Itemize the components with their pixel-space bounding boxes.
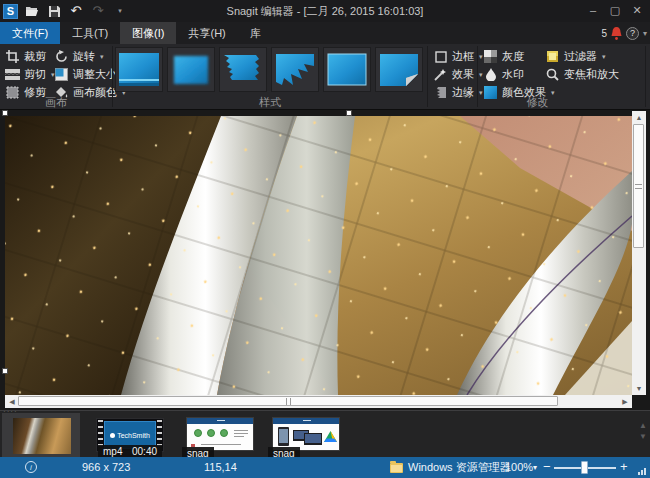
zoom-in-button[interactable]: + [620,457,628,478]
help-icon[interactable]: ? [626,27,639,40]
grayscale-icon [483,49,498,64]
folder-icon [390,463,403,473]
phone-graphic [278,427,289,446]
styles-gallery [115,47,423,92]
vertical-scrollbar-thumb[interactable] [633,124,644,248]
crop-icon [5,49,20,64]
droplet-icon [483,67,498,82]
tray-item-current[interactable] [2,413,80,457]
border-icon [433,49,448,64]
magnifier-icon [545,67,560,82]
canvas-area[interactable]: ▲ ▼ ◀ ▶ [0,110,650,410]
snagit-editor-window: S ↶ ↷ ▾ Snagit 编辑器 - [二月 26, 2015 16:01:… [0,0,650,478]
cursor-position: 115,14 [204,457,237,478]
crop-button[interactable]: 裁剪 [5,48,46,65]
page-header [187,418,253,424]
tab-tools[interactable]: 工具(T) [60,22,120,44]
google-drive-icon [324,431,337,442]
zoom-slider-thumb[interactable] [581,461,588,474]
selection-handle-top-center[interactable] [346,110,352,116]
tab-image[interactable]: 图像(I) [120,22,176,44]
magic-wand-icon [433,67,448,82]
selection-handle-middle-left[interactable] [2,368,8,374]
tray-item-snag-1[interactable] [186,417,254,451]
titlebar-side-controls: 5 ? ▾ [601,24,647,42]
horizontal-scrollbar[interactable]: ◀ ▶ [5,395,632,408]
window-title: Snagit 编辑器 - [二月 26, 2015 16:01:03] [0,0,650,22]
video-brand: TechSmith [117,432,150,439]
horizontal-scrollbar-thumb[interactable] [18,396,558,406]
page-header [273,418,339,424]
border-button[interactable]: 边框▾ [433,48,483,65]
chevron-down-icon: ▾ [100,53,104,61]
info-icon[interactable]: i [25,461,37,473]
style-thumb-plain-border[interactable] [323,47,371,92]
scroll-down-icon[interactable]: ▼ [632,383,646,394]
zoom-level[interactable]: 100% [505,457,533,478]
image-dimensions: 966 x 723 [82,457,130,478]
style-thumb-fade-edge[interactable] [167,47,215,92]
techsmith-logo-icon [110,433,115,438]
resize-grip-icon [638,468,646,475]
zoom-out-button[interactable]: − [543,457,551,478]
title-bar: S ↶ ↷ ▾ Snagit 编辑器 - [二月 26, 2015 16:01:… [0,0,650,22]
notification-count: 5 [601,28,607,39]
group-label-styles: 样式 [115,95,425,108]
chevron-down-icon: ▾ [479,53,483,61]
style-thumb-torn-corner[interactable] [271,47,319,92]
cut-button[interactable]: 剪切▾ [5,66,55,83]
effects-button[interactable]: 效果▾ [433,66,483,83]
zoom-magnify-button[interactable]: 变焦和放大 [545,66,619,83]
green-circle-icon [207,429,215,437]
green-circle-icon [220,429,228,437]
chevron-down-icon: ▾ [479,71,483,79]
tray-item-snag-2[interactable] [272,417,340,451]
ribbon: 裁剪 剪切▾ 修剪 旋转▾ 调整大小▾ 画布颜色▾ 画布 [0,44,650,110]
group-divider [112,46,113,107]
tray-scroll-arrows: ▲ ▼ [639,422,647,441]
tray-scroll-up-icon[interactable]: ▲ [639,422,647,430]
minimize-button[interactable]: – [582,0,604,20]
notification-bell-icon[interactable] [611,27,622,40]
current-capture-thumbnail[interactable] [13,418,71,454]
rotate-icon [54,49,69,64]
window-controls: – ▢ ✕ [582,0,648,20]
chevron-down-icon: ▾ [602,53,606,61]
vertical-scrollbar[interactable]: ▲ ▼ [632,111,646,395]
ribbon-tabs: 文件(F) 工具(T) 图像(I) 共享(H) 库 [0,22,650,44]
resize-icon [54,67,69,82]
status-bar: i 966 x 723 115,14 Windows 资源管理器 100% ▾ … [0,457,650,478]
tab-library[interactable]: 库 [238,22,273,44]
grayscale-button[interactable]: 灰度 [483,48,524,65]
scroll-left-icon[interactable]: ◀ [7,396,17,407]
group-divider [645,46,646,107]
maximize-button[interactable]: ▢ [604,0,626,20]
group-label-modify: 修改 [430,95,645,108]
style-thumb-torn-edge[interactable] [219,47,267,92]
scroll-up-icon[interactable]: ▲ [632,112,646,123]
group-label-canvas: 画布 [0,95,112,108]
cut-out-icon [5,67,20,82]
monitor-graphic [304,433,322,445]
selection-handle-top-left[interactable] [2,110,8,116]
filters-button[interactable]: 过滤器▾ [545,48,606,65]
tray-scroll-down-icon[interactable]: ▼ [639,433,647,441]
close-button[interactable]: ✕ [626,0,648,20]
rotate-button[interactable]: 旋转▾ [54,48,104,65]
filters-icon [545,49,560,64]
style-thumb-border[interactable] [115,47,163,92]
scroll-right-icon[interactable]: ▶ [620,396,630,407]
capture-source: Windows 资源管理器 [408,457,511,478]
style-thumb-page-curl[interactable] [375,47,423,92]
zoom-dropdown-icon[interactable]: ▾ [533,457,537,478]
tab-file[interactable]: 文件(F) [0,22,60,44]
captured-image[interactable] [5,116,632,395]
watermark-button[interactable]: 水印 [483,66,524,83]
recent-captures-tray: ···· TechSmith mp4 00:40 snag [0,410,650,457]
help-dropdown-icon[interactable]: ▾ [643,29,647,38]
group-divider [427,46,428,107]
green-circle-icon [194,429,202,437]
tab-share[interactable]: 共享(H) [176,22,237,44]
